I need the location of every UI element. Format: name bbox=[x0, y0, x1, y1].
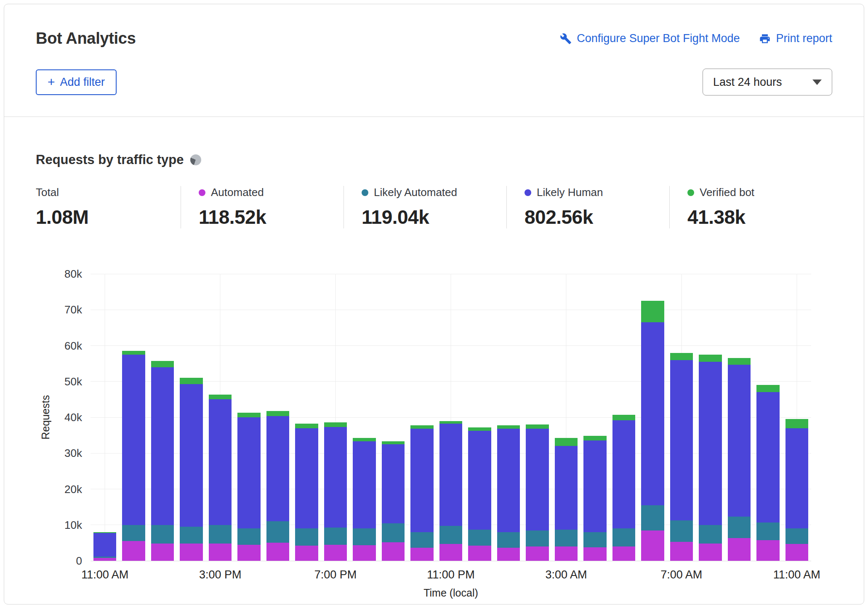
bar-10-segment-likely-automated bbox=[382, 523, 405, 542]
bar-13[interactable] bbox=[465, 274, 494, 561]
bar-7[interactable] bbox=[292, 274, 321, 561]
bar-1-segment-automated bbox=[122, 541, 145, 561]
print-report-link[interactable]: Print report bbox=[759, 32, 832, 45]
bar-12[interactable] bbox=[437, 274, 465, 561]
legend-dot-likely-human bbox=[525, 189, 531, 196]
y-tick-label-50k: 50k bbox=[64, 375, 82, 388]
bar-19-segment-automated bbox=[641, 530, 664, 561]
bar-12-segment-automated bbox=[439, 544, 462, 561]
time-range-value: Last 24 hours bbox=[713, 76, 782, 89]
stat-automated[interactable]: Automated118.52k bbox=[181, 186, 343, 228]
bar-11-segment-automated bbox=[410, 548, 433, 561]
page-title: Bot Analytics bbox=[36, 29, 136, 48]
bar-22[interactable] bbox=[725, 274, 754, 561]
bar-2-segment-verified-bot bbox=[151, 361, 174, 367]
bot-analytics-card: Bot Analytics Configure Super Bot Fight … bbox=[4, 4, 864, 605]
stat-likely-automated[interactable]: Likely Automated119.04k bbox=[343, 186, 506, 228]
add-filter-button[interactable]: + Add filter bbox=[36, 69, 117, 95]
bar-16-segment-likely-human bbox=[555, 446, 578, 530]
bar-4[interactable] bbox=[206, 274, 234, 561]
bar-9[interactable] bbox=[350, 274, 378, 561]
bar-17-segment-verified-bot bbox=[583, 436, 606, 440]
bar-5[interactable] bbox=[234, 274, 263, 561]
bar-1[interactable] bbox=[119, 274, 148, 561]
bar-15[interactable] bbox=[523, 274, 551, 561]
bar-1-segment-verified-bot bbox=[122, 351, 145, 355]
bar-22-segment-likely-human bbox=[728, 365, 751, 517]
bar-24-segment-verified-bot bbox=[785, 419, 808, 428]
bar-14-segment-likely-automated bbox=[497, 532, 520, 548]
bar-24[interactable] bbox=[783, 274, 811, 561]
bar-20-segment-likely-automated bbox=[670, 520, 693, 542]
bar-0[interactable] bbox=[91, 274, 119, 561]
bar-10[interactable] bbox=[379, 274, 407, 561]
bar-21-segment-likely-automated bbox=[699, 525, 722, 544]
bar-23[interactable] bbox=[754, 274, 782, 561]
bar-2-segment-automated bbox=[151, 544, 174, 561]
bar-23-segment-likely-automated bbox=[756, 522, 779, 541]
bar-15-segment-automated bbox=[526, 546, 548, 561]
bar-3-segment-likely-automated bbox=[180, 527, 202, 544]
configure-super-bot-fight-mode-link[interactable]: Configure Super Bot Fight Mode bbox=[560, 32, 740, 45]
header-links: Configure Super Bot Fight Mode Print rep… bbox=[560, 32, 832, 45]
x-axis-ticks: 11:00 AM3:00 PM7:00 PM11:00 PM3:00 AM7:0… bbox=[91, 561, 811, 583]
bar-6-segment-verified-bot bbox=[266, 411, 289, 416]
y-tick-label-40k: 40k bbox=[64, 411, 82, 424]
bar-2-segment-likely-human bbox=[151, 367, 174, 525]
legend-dot-automated bbox=[199, 189, 205, 196]
bar-16-segment-automated bbox=[555, 546, 578, 561]
bar-2[interactable] bbox=[148, 274, 177, 561]
stat-verified-bot[interactable]: Verified bot41.38k bbox=[669, 186, 832, 228]
bar-20[interactable] bbox=[667, 274, 696, 561]
bar-21[interactable] bbox=[696, 274, 724, 561]
stat-value: 41.38k bbox=[687, 206, 820, 228]
bar-16[interactable] bbox=[552, 274, 580, 561]
stat-label: Automated bbox=[199, 186, 331, 199]
legend-dot-verified-bot bbox=[687, 189, 694, 196]
bar-6[interactable] bbox=[264, 274, 292, 561]
stat-label: Verified bot bbox=[687, 186, 820, 199]
legend-dot-likely-automated bbox=[362, 189, 368, 196]
bars-container bbox=[91, 274, 811, 561]
stat-label-text: Automated bbox=[211, 186, 264, 199]
bar-16-segment-likely-automated bbox=[555, 530, 578, 546]
bar-23-segment-verified-bot bbox=[756, 385, 779, 392]
bar-1-segment-likely-automated bbox=[122, 525, 145, 541]
bar-7-segment-likely-human bbox=[295, 428, 318, 529]
bar-18-segment-automated bbox=[612, 546, 635, 561]
bar-9-segment-verified-bot bbox=[353, 438, 375, 442]
y-tick-label-30k: 30k bbox=[64, 447, 82, 460]
bar-18[interactable] bbox=[610, 274, 638, 561]
bar-11-segment-verified-bot bbox=[410, 425, 433, 429]
bar-11[interactable] bbox=[407, 274, 436, 561]
bar-13-segment-verified-bot bbox=[468, 427, 491, 431]
bar-22-segment-likely-automated bbox=[728, 517, 751, 538]
stat-label: Likely Human bbox=[525, 186, 657, 199]
stat-value: 118.52k bbox=[199, 206, 331, 228]
requests-chart: Requests 010k20k30k40k50k60k70k80k 11:00… bbox=[36, 274, 811, 601]
bar-0-segment-automated bbox=[93, 558, 116, 561]
bar-19[interactable] bbox=[638, 274, 667, 561]
bar-6-segment-likely-human bbox=[266, 416, 289, 521]
y-tick-label-80k: 80k bbox=[64, 268, 82, 281]
bar-4-segment-likely-human bbox=[209, 399, 232, 525]
bar-18-segment-verified-bot bbox=[612, 415, 635, 420]
x-tick-label-3-00-am: 3:00 AM bbox=[545, 568, 587, 581]
bar-9-segment-automated bbox=[353, 545, 375, 561]
stat-total[interactable]: Total1.08M bbox=[36, 186, 181, 228]
configure-link-label: Configure Super Bot Fight Mode bbox=[577, 32, 740, 45]
printer-icon bbox=[759, 33, 771, 45]
bar-0-segment-likely-human bbox=[93, 533, 116, 557]
bar-14[interactable] bbox=[494, 274, 523, 561]
time-range-select[interactable]: Last 24 hours bbox=[703, 69, 832, 95]
bar-16-segment-verified-bot bbox=[555, 438, 578, 446]
stat-likely-human[interactable]: Likely Human802.56k bbox=[506, 186, 669, 228]
bar-8[interactable] bbox=[321, 274, 350, 561]
bar-13-segment-likely-automated bbox=[468, 530, 491, 546]
bar-14-segment-likely-human bbox=[497, 429, 520, 532]
bar-5-segment-likely-human bbox=[237, 417, 260, 528]
bar-3[interactable] bbox=[177, 274, 205, 561]
stat-label-text: Verified bot bbox=[700, 186, 754, 199]
bar-17[interactable] bbox=[580, 274, 609, 561]
bar-23-segment-automated bbox=[756, 540, 779, 561]
